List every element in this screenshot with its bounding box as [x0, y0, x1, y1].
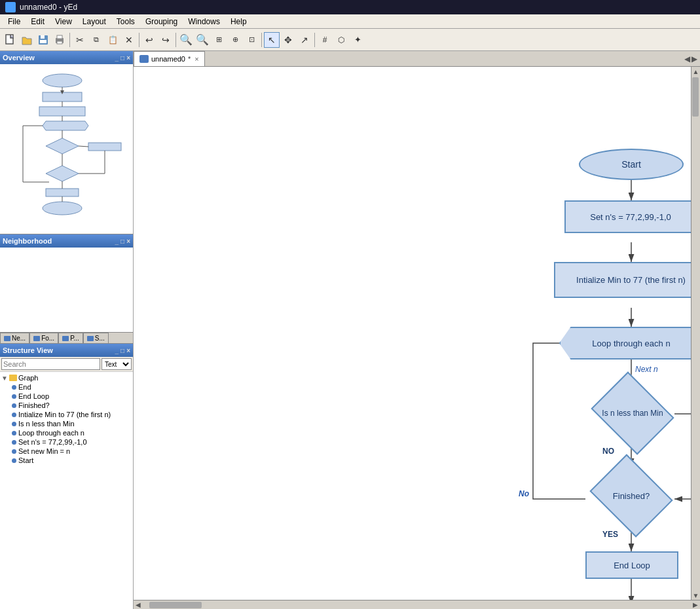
magic-button[interactable]: ✦	[350, 32, 365, 48]
tree-graph-root[interactable]: ▼ Graph	[1, 373, 132, 382]
sv-minimize[interactable]: _	[115, 347, 119, 354]
scroll-up[interactable]: ▲	[691, 67, 700, 76]
scroll-thumb[interactable]	[692, 77, 699, 117]
snap-button[interactable]: ⬡	[333, 32, 349, 48]
redo-button[interactable]: ↪	[158, 32, 174, 48]
search-filter[interactable]: Text Node Edge	[101, 358, 132, 370]
node-finished-wrap[interactable]: Finished?	[587, 466, 675, 525]
svg-marker-10	[43, 121, 88, 130]
tab-bar: unnamed0 * × ◀ ▶	[134, 51, 700, 67]
zoom-100-button[interactable]: ⊕	[227, 32, 243, 48]
open-button[interactable]	[19, 32, 35, 48]
overview-minimize[interactable]: _	[115, 54, 119, 62]
overview-close[interactable]: ×	[126, 54, 130, 62]
label-yes-endloop: YES	[602, 530, 618, 539]
tree-item-loop[interactable]: Loop through each n	[12, 428, 132, 437]
overview-maximize[interactable]: □	[120, 54, 124, 62]
tab-ne-icon	[4, 336, 10, 341]
menu-layout[interactable]: Layout	[77, 16, 111, 28]
save-button[interactable]	[35, 32, 51, 48]
tree-item-isless[interactable]: Is n less than Min	[12, 419, 132, 428]
menu-view[interactable]: View	[50, 16, 77, 28]
neighborhood-title: Neighborhood	[3, 237, 52, 245]
structure-view: Structure View _ □ × Text Node Edge	[0, 344, 133, 609]
canvas-tab-unnamed0[interactable]: unnamed0 * ×	[134, 51, 205, 66]
tab-strip: Ne... Fo... P... S...	[0, 333, 133, 344]
menu-grouping[interactable]: Grouping	[140, 16, 183, 28]
h-scroll-thumb[interactable]	[149, 602, 202, 608]
tab-p[interactable]: P...	[58, 333, 83, 343]
canvas-tab-modified: *	[188, 55, 191, 63]
scroll-left[interactable]: ◀	[134, 600, 143, 610]
sv-close[interactable]: ×	[126, 347, 130, 354]
svg-rect-0	[6, 35, 13, 44]
edge-button[interactable]: ↗	[297, 32, 312, 48]
tree-item-finished[interactable]: Finished?	[12, 401, 132, 410]
canvas-area: unnamed0 * × ◀ ▶	[134, 51, 700, 609]
neighborhood-panel: Neighborhood _ □ ×	[0, 234, 133, 333]
zoom-out-button[interactable]: 🔍	[194, 32, 210, 48]
scroll-down[interactable]: ▼	[691, 591, 700, 600]
neighborhood-close[interactable]: ×	[126, 238, 130, 245]
tab-ne[interactable]: Ne...	[0, 333, 29, 343]
menu-help[interactable]: Help	[225, 16, 252, 28]
zoom-in-button[interactable]: 🔍	[178, 32, 194, 48]
search-input[interactable]	[1, 358, 100, 370]
node-dot-end	[12, 385, 16, 390]
grid-button[interactable]: #	[317, 32, 333, 48]
node-dot-setn	[12, 440, 16, 445]
neighborhood-minimize[interactable]: _	[115, 238, 119, 245]
tab-s[interactable]: S...	[83, 333, 109, 343]
sep1	[69, 33, 70, 47]
tree-item-start[interactable]: Start	[12, 456, 132, 465]
canvas[interactable]: Start Set n's = 77,2,99,-1,0 Intialize M…	[134, 67, 700, 600]
paste-button[interactable]: 📋	[105, 32, 120, 48]
node-endloop[interactable]: End Loop	[585, 551, 678, 579]
copy-button[interactable]: ⧉	[88, 32, 104, 48]
h-scrollbar[interactable]: ◀ ▶	[134, 600, 700, 609]
sv-maximize[interactable]: □	[120, 347, 124, 354]
node-loop[interactable]: Loop through each n	[559, 327, 700, 360]
select-button[interactable]: ↖	[264, 32, 280, 48]
delete-button[interactable]: ✕	[121, 32, 137, 48]
sep2	[139, 33, 139, 47]
tree-item-initmin[interactable]: Intialize Min to 77 (the first n)	[12, 410, 132, 419]
toolbar: ✂ ⧉ 📋 ✕ ↩ ↪ 🔍 🔍 ⊞ ⊕ ⊡ ↖ ✥ ↗ # ⬡ ✦	[0, 29, 700, 51]
node-setn[interactable]: Set n's = 77,2,99,-1,0	[564, 200, 697, 233]
neighborhood-maximize[interactable]: □	[120, 238, 124, 245]
canvas-tab-close[interactable]: ×	[194, 55, 198, 63]
scroll-right[interactable]: ▶	[691, 600, 700, 610]
menu-tools[interactable]: Tools	[111, 16, 140, 28]
v-scrollbar[interactable]: ▲ ▼	[691, 67, 700, 600]
print-button[interactable]	[52, 32, 67, 48]
overview-panel: Overview _ □ ×	[0, 51, 133, 234]
overview-title: Overview	[3, 54, 35, 62]
node-initmin[interactable]: Intialize Min to 77 (the first n)	[554, 262, 700, 298]
tab-fo-label: Fo...	[41, 335, 54, 342]
tree-label-finished: Finished?	[18, 401, 50, 409]
svg-marker-14	[46, 138, 79, 154]
zoom-page-button[interactable]: ⊡	[244, 32, 259, 48]
tab-fo[interactable]: Fo...	[29, 333, 58, 343]
left-panel: Overview _ □ ×	[0, 51, 134, 609]
tab-next-arrow[interactable]: ▶	[691, 54, 697, 64]
node-isless-wrap[interactable]: Is n less than Min	[590, 386, 675, 440]
title-bar: unnamed0 - yEd	[0, 0, 700, 14]
tree-item-end[interactable]: End	[12, 382, 132, 392]
menu-file[interactable]: File	[3, 16, 26, 28]
menu-windows[interactable]: Windows	[183, 16, 225, 28]
node-dot-loop	[12, 431, 16, 435]
tree-item-endloop[interactable]: End Loop	[12, 392, 132, 401]
cut-button[interactable]: ✂	[72, 32, 88, 48]
node-dot-finished	[12, 403, 16, 408]
fit-button[interactable]: ⊞	[211, 32, 227, 48]
tree-item-setnewmin[interactable]: Set new Min = n	[12, 447, 132, 456]
undo-button[interactable]: ↩	[141, 32, 157, 48]
main-area: Overview _ □ ×	[0, 51, 700, 609]
node-start[interactable]: Start	[579, 149, 684, 180]
tree-item-setn[interactable]: Set n's = 77,2,99,-1,0	[12, 437, 132, 447]
new-button[interactable]	[3, 32, 18, 48]
move-button[interactable]: ✥	[280, 32, 296, 48]
tab-prev-arrow[interactable]: ◀	[684, 54, 690, 64]
menu-edit[interactable]: Edit	[26, 16, 50, 28]
